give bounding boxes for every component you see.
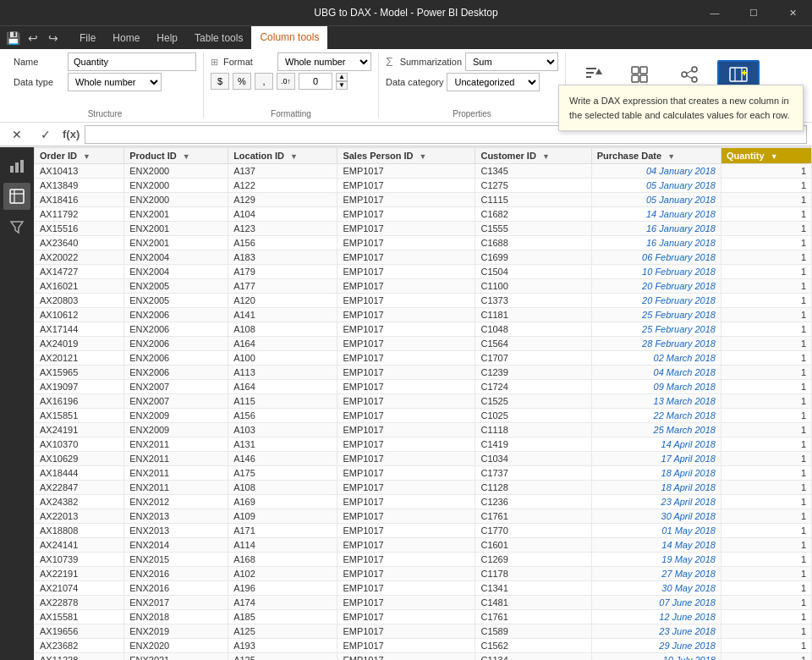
- col-purchase-date[interactable]: Purchase Date ▼: [591, 148, 721, 164]
- table-row[interactable]: AX11228ENX2021A125EMP1017C113410 July 20…: [35, 653, 812, 661]
- table-row[interactable]: AX24141ENX2014A114EMP1017C160114 May 201…: [35, 538, 812, 553]
- decimal-input[interactable]: [299, 73, 332, 90]
- table-container[interactable]: Order ID ▼ Product ID ▼ Location ID ▼ Sa…: [34, 147, 812, 660]
- quick-access-toolbar: 💾 ↩ ↪: [3, 29, 63, 47]
- table-row[interactable]: AX15965ENX2006A113EMP1017C123904 March 2…: [35, 366, 812, 380]
- data-type-select[interactable]: Whole number Decimal number Text Date: [68, 73, 162, 91]
- name-input[interactable]: [68, 52, 196, 71]
- table-cell: EMP1017: [337, 437, 475, 452]
- table-row[interactable]: AX22191ENX2016A102EMP1017C117827 May 201…: [35, 567, 812, 581]
- properties-group-label: Properties: [386, 107, 558, 118]
- table-row[interactable]: AX15851ENX2009A156EMP1017C102522 March 2…: [35, 409, 812, 423]
- table-cell: EMP1017: [337, 164, 475, 179]
- sort-location-id-icon[interactable]: ▼: [290, 152, 298, 161]
- spinner-up[interactable]: ▲: [336, 73, 348, 81]
- svg-line-11: [687, 71, 692, 74]
- table-cell: ENX2004: [124, 250, 228, 265]
- sort-purchase-date-icon[interactable]: ▼: [667, 152, 675, 161]
- table-row[interactable]: AX17144ENX2006A108EMP1017C104825 Februar…: [35, 322, 812, 337]
- table-row[interactable]: AX15516ENX2001A123EMP1017C155516 January…: [35, 222, 812, 236]
- close-button[interactable]: ✕: [773, 0, 812, 25]
- table-row[interactable]: AX23640ENX2001A156EMP1017C168816 January…: [35, 236, 812, 250]
- sort-customer-id-icon[interactable]: ▼: [542, 152, 550, 161]
- table-row[interactable]: AX20121ENX2006A100EMP1017C170702 March 2…: [35, 351, 812, 366]
- table-row[interactable]: AX20803ENX2005A120EMP1017C137320 Februar…: [35, 294, 812, 308]
- spinner-down[interactable]: ▼: [336, 81, 348, 90]
- table-row[interactable]: AX22878ENX2017A174EMP1017C148107 June 20…: [35, 596, 812, 610]
- maximize-button[interactable]: ☐: [734, 0, 773, 25]
- table-cell: C1134: [475, 653, 591, 661]
- table-row[interactable]: AX16196ENX2007A115EMP1017C152513 March 2…: [35, 394, 812, 409]
- table-cell: AX10370: [35, 437, 124, 452]
- table-row[interactable]: AX10370ENX2011A131EMP1017C141914 April 2…: [35, 437, 812, 452]
- table-cell: 13 March 2018: [591, 394, 721, 409]
- table-tools-menu[interactable]: Table tools: [186, 26, 251, 50]
- home-menu[interactable]: Home: [104, 26, 148, 50]
- table-row[interactable]: AX24191ENX2009A103EMP1017C111825 March 2…: [35, 423, 812, 437]
- table-cell: C1562: [475, 639, 591, 653]
- redo-icon[interactable]: ↪: [44, 29, 63, 47]
- table-row[interactable]: AX18808ENX2013A171EMP1017C177001 May 201…: [35, 524, 812, 538]
- col-order-id[interactable]: Order ID ▼: [35, 148, 124, 164]
- table-row[interactable]: AX20022ENX2004A183EMP1017C169906 Februar…: [35, 250, 812, 265]
- table-cell: A104: [228, 207, 337, 222]
- minimize-button[interactable]: —: [695, 0, 734, 25]
- table-cell: ENX2000: [124, 193, 228, 207]
- table-cell: 04 January 2018: [591, 164, 721, 179]
- table-row[interactable]: AX10413ENX2000A137EMP1017C134504 January…: [35, 164, 812, 179]
- table-row[interactable]: AX18416ENX2000A129EMP1017C111505 January…: [35, 193, 812, 207]
- table-row[interactable]: AX22847ENX2011A108EMP1017C112818 April 2…: [35, 481, 812, 495]
- sort-sales-person-icon[interactable]: ▼: [420, 152, 427, 161]
- table-row[interactable]: AX22013ENX2013A109EMP1017C176130 April 2…: [35, 509, 812, 524]
- currency-btn[interactable]: $: [211, 73, 229, 90]
- table-cell: C1034: [475, 452, 591, 466]
- table-cell: ENX2009: [124, 423, 228, 437]
- save-icon[interactable]: 💾: [3, 29, 22, 47]
- table-cell: C1737: [475, 466, 591, 481]
- sort-quantity-icon[interactable]: ▼: [771, 152, 778, 161]
- table-row[interactable]: AX23682ENX2020A193EMP1017C156229 June 20…: [35, 639, 812, 653]
- sidebar-icon-table[interactable]: [3, 183, 30, 210]
- col-customer-id[interactable]: Customer ID ▼: [475, 148, 591, 164]
- data-category-select[interactable]: Uncategorized Address City Country: [447, 73, 540, 91]
- column-tools-menu[interactable]: Column tools: [251, 26, 327, 50]
- table-row[interactable]: AX18444ENX2011A175EMP1017C173718 April 2…: [35, 466, 812, 481]
- cancel-formula-button[interactable]: ✕: [5, 123, 29, 146]
- table-row[interactable]: AX10739ENX2015A168EMP1017C126919 May 201…: [35, 553, 812, 567]
- table-row[interactable]: AX10629ENX2011A146EMP1017C103417 April 2…: [35, 452, 812, 466]
- col-sales-person-id[interactable]: Sales Person ID ▼: [337, 148, 475, 164]
- svg-rect-20: [20, 160, 24, 173]
- col-quantity[interactable]: Quantity ▼: [721, 148, 811, 164]
- undo-icon[interactable]: ↩: [24, 29, 42, 47]
- table-cell: EMP1017: [337, 193, 475, 207]
- col-product-id[interactable]: Product ID ▼: [124, 148, 228, 164]
- sort-order-id-icon[interactable]: ▼: [83, 152, 91, 161]
- table-row[interactable]: AX11792ENX2001A104EMP1017C168214 January…: [35, 207, 812, 222]
- increase-decimal-btn[interactable]: .0↑: [277, 73, 295, 90]
- summarization-select[interactable]: Sum Average Count None: [465, 52, 558, 71]
- table-cell: 1: [721, 610, 811, 624]
- format-select[interactable]: Whole number Decimal number Currency Per…: [277, 52, 371, 71]
- table-cell: 1: [721, 179, 811, 193]
- table-row[interactable]: AX19097ENX2007A164EMP1017C172409 March 2…: [35, 380, 812, 394]
- help-menu[interactable]: Help: [148, 26, 186, 50]
- table-row[interactable]: AX19656ENX2019A125EMP1017C158923 June 20…: [35, 624, 812, 639]
- table-row[interactable]: AX21074ENX2016A196EMP1017C134130 May 201…: [35, 581, 812, 596]
- confirm-formula-button[interactable]: ✓: [34, 123, 58, 146]
- table-row[interactable]: AX10612ENX2006A141EMP1017C118125 Februar…: [35, 308, 812, 322]
- file-menu[interactable]: File: [71, 26, 104, 50]
- table-row[interactable]: AX24019ENX2006A164EMP1017C156428 Februar…: [35, 337, 812, 351]
- table-row[interactable]: AX24382ENX2012A169EMP1017C123623 April 2…: [35, 495, 812, 509]
- table-row[interactable]: AX14727ENX2004A179EMP1017C150410 Februar…: [35, 265, 812, 279]
- sidebar-icon-charts[interactable]: [3, 152, 30, 179]
- svg-rect-7: [640, 75, 647, 82]
- percent-btn[interactable]: %: [233, 73, 251, 90]
- table-row[interactable]: AX13849ENX2000A122EMP1017C127505 January…: [35, 179, 812, 193]
- table-cell: C1761: [475, 610, 591, 624]
- sidebar-icon-filter[interactable]: [3, 213, 30, 240]
- sort-product-id-icon[interactable]: ▼: [183, 152, 190, 161]
- comma-btn[interactable]: ,: [255, 73, 273, 90]
- table-row[interactable]: AX15581ENX2018A185EMP1017C176112 June 20…: [35, 610, 812, 624]
- table-row[interactable]: AX16021ENX2005A177EMP1017C110020 Februar…: [35, 279, 812, 294]
- col-location-id[interactable]: Location ID ▼: [228, 148, 337, 164]
